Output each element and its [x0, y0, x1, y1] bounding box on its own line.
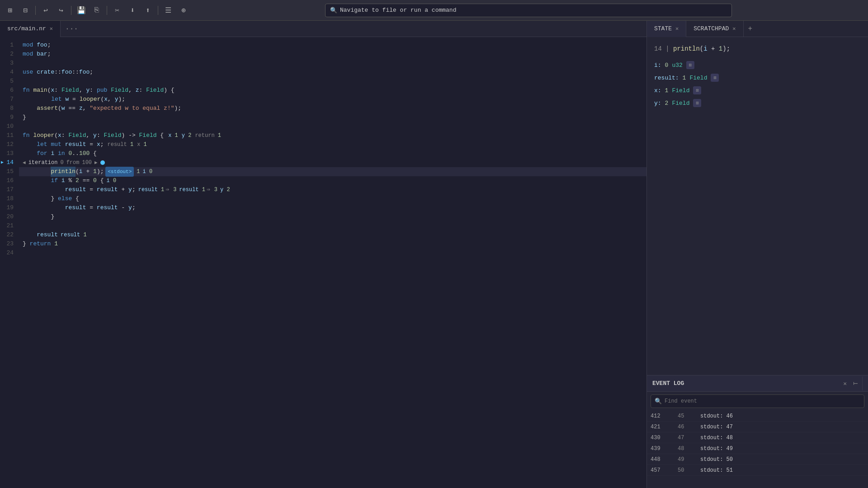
line-num-15: 15 — [0, 167, 19, 176]
editor-area: src/main.nr ✕ ··· 1 2 3 4 5 6 7 8 9 10 1… — [0, 21, 646, 488]
line-num-23: 23 — [0, 239, 19, 249]
code-line-2: mod bar; — [19, 50, 646, 59]
editor-tab-main[interactable]: src/main.nr ✕ — [0, 21, 61, 37]
tab-state[interactable]: STATE ✕ — [647, 21, 686, 37]
event-log-close-icon[interactable]: ✕ — [843, 380, 847, 387]
event-id-6: 457 — [651, 467, 678, 474]
code-line-1: mod foo; — [19, 41, 646, 50]
code-line-10 — [19, 122, 646, 131]
event-search-icon: 🔍 — [655, 398, 662, 405]
iter-prev-btn[interactable]: ◀ — [23, 158, 26, 167]
state-var-i: i: 0 u32 ⊠ — [654, 61, 861, 69]
code-line-7: let w = looper(x, y); — [19, 95, 646, 104]
event-log-panel: EVENT LOG ✕ T 🔍 412 45 stdout: 46 421 46… — [647, 375, 868, 488]
event-search-input[interactable] — [665, 398, 860, 404]
toolbar-sep-3 — [107, 6, 107, 15]
event-log-header: EVENT LOG ✕ T — [647, 375, 868, 392]
event-desc-5: stdout: 50 — [700, 456, 864, 463]
toolbar-undo[interactable]: ↩ — [39, 4, 52, 17]
state-var-name-i: i: — [654, 62, 661, 69]
line-num-9: 9 — [0, 113, 19, 122]
state-var-icon-y[interactable]: ⊠ — [693, 99, 701, 107]
state-panel-content: 14 | println(i + 1); i: 0 u32 ⊠ result: … — [647, 37, 868, 375]
tab-add-icon[interactable]: + — [744, 25, 757, 33]
line-num-18: 18 — [0, 194, 19, 203]
line-num-8: 8 — [0, 104, 19, 113]
code-line-3 — [19, 59, 646, 68]
state-var-val-i: 0 — [665, 62, 669, 69]
search-bar[interactable]: 🔍 — [325, 4, 732, 17]
event-row-4[interactable]: 439 48 stdout: 49 — [647, 443, 868, 454]
event-desc-3: stdout: 48 — [700, 435, 864, 441]
event-row-2[interactable]: 421 46 stdout: 47 — [647, 422, 868, 432]
line-num-3: 3 — [0, 59, 19, 68]
code-line-14: println(i + 1); <stdout> 1 i 0 — [19, 167, 646, 176]
line-num-20: 20 — [0, 212, 19, 221]
code-line-15: if i % 2 == 0 { i 0 — [19, 176, 646, 185]
code-line-16: result = result + y; result 1 ⇒ 3 result… — [19, 185, 646, 194]
toolbar-up[interactable]: ⬆ — [142, 4, 154, 17]
line-num-2: 2 — [0, 50, 19, 59]
event-num-2: 46 — [678, 424, 700, 430]
state-var-type-result: Field — [689, 75, 707, 81]
line-numbers: 1 2 3 4 5 6 7 8 9 10 11 12 13 14 15 16 1… — [0, 37, 19, 488]
toolbar-icon-2[interactable]: ⊟ — [19, 4, 32, 17]
state-var-icon-x[interactable]: ⊠ — [693, 86, 701, 94]
line-num-19: 19 — [0, 203, 19, 212]
toolbar-menu[interactable]: ☰ — [162, 4, 175, 17]
line-num-7: 7 — [0, 95, 19, 104]
state-var-icon-result[interactable]: ⊠ — [711, 74, 719, 82]
event-row-3[interactable]: 430 47 stdout: 48 — [647, 432, 868, 443]
event-log-side-tab[interactable]: T — [850, 376, 863, 390]
code-line-23 — [19, 249, 646, 258]
tab-label: src/main.nr — [7, 25, 46, 32]
iter-progress-dot — [100, 160, 105, 165]
toolbar-icon-1[interactable]: ⊞ — [4, 4, 16, 17]
line-num-22: 22 — [0, 230, 19, 239]
line-num-12: 12 — [0, 140, 19, 149]
code-area: 1 2 3 4 5 6 7 8 9 10 11 12 13 14 15 16 1… — [0, 37, 646, 488]
toolbar-down[interactable]: ⬇ — [126, 4, 139, 17]
line-num-14: 14 — [0, 158, 19, 167]
event-desc-4: stdout: 49 — [700, 446, 864, 452]
code-line-6: fn main(x: Field, y: pub Field, z: Field… — [19, 86, 646, 95]
state-var-val-y: 2 — [665, 100, 669, 107]
event-row-5[interactable]: 448 49 stdout: 50 — [647, 454, 868, 465]
main-layout: src/main.nr ✕ ··· 1 2 3 4 5 6 7 8 9 10 1… — [0, 21, 868, 488]
line-num-4: 4 — [0, 68, 19, 77]
line-num-21: 21 — [0, 221, 19, 230]
iter-next-btn[interactable]: ▶ — [94, 158, 98, 167]
toolbar-copy[interactable]: ⎘ — [90, 4, 103, 17]
toolbar-redo[interactable]: ↪ — [55, 4, 67, 17]
state-var-val-x: 1 — [665, 87, 669, 94]
tab-scratchpad[interactable]: SCRATCHPAD ✕ — [686, 21, 743, 37]
state-var-type-x: Field — [672, 87, 689, 94]
line-num-17: 17 — [0, 185, 19, 194]
code-content[interactable]: mod foo; mod bar; use crate::foo::foo; f… — [19, 37, 646, 488]
toolbar-add[interactable]: ⊕ — [177, 4, 190, 17]
state-var-val-result: 1 — [683, 75, 686, 81]
toolbar-save[interactable]: 💾 — [75, 4, 88, 17]
event-row-6[interactable]: 457 50 stdout: 51 — [647, 465, 868, 476]
toolbar-sep-1 — [35, 6, 36, 15]
event-desc-1: stdout: 46 — [700, 413, 864, 419]
code-line-17: } else { — [19, 194, 646, 203]
event-search-bar[interactable]: 🔍 — [651, 394, 864, 408]
right-panel: STATE ✕ SCRATCHPAD ✕ + 14 | println(i + … — [646, 21, 868, 488]
search-input[interactable] — [340, 7, 727, 14]
line-num-11: 11 — [0, 131, 19, 140]
tab-close-icon[interactable]: ✕ — [50, 25, 53, 32]
tab-scratchpad-close-icon[interactable]: ✕ — [732, 25, 736, 32]
code-line-13: for i in 0..100 { — [19, 149, 646, 158]
state-var-icon-i[interactable]: ⊠ — [686, 61, 694, 69]
code-line-20 — [19, 221, 646, 230]
tab-more-icon[interactable]: ··· — [61, 25, 83, 33]
event-table: 412 45 stdout: 46 421 46 stdout: 47 430 … — [647, 411, 868, 488]
code-line-22: } return 1 — [19, 239, 646, 249]
line-num-24: 24 — [0, 249, 19, 258]
tab-state-close-icon[interactable]: ✕ — [675, 25, 679, 32]
state-var-y: y: 2 Field ⊠ — [654, 99, 861, 107]
toolbar: ⊞ ⊟ ↩ ↪ 💾 ⎘ ✂ ⬇ ⬆ ☰ ⊕ 🔍 — [0, 0, 868, 21]
event-row-1[interactable]: 412 45 stdout: 46 — [647, 411, 868, 422]
toolbar-cut[interactable]: ✂ — [111, 4, 123, 17]
